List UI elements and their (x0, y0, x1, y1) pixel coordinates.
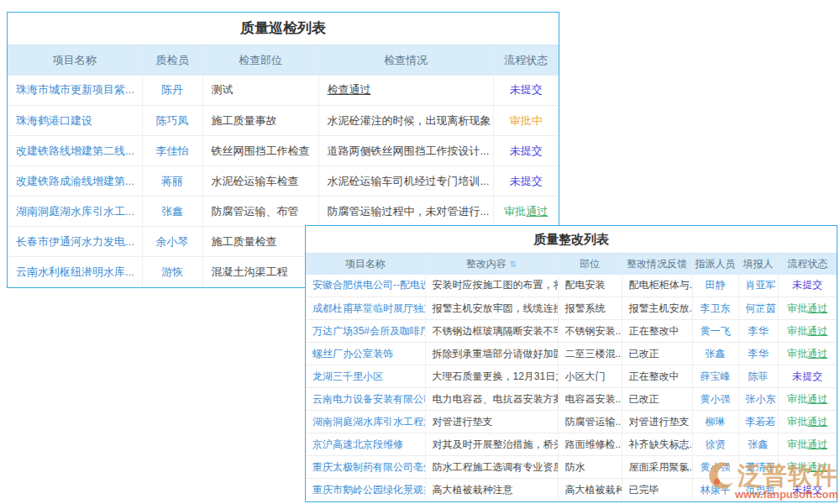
cell-feedback: 已改正 (622, 388, 692, 411)
cell-feedback: 配电柜柜体与... (622, 275, 692, 297)
cell-project[interactable]: 重庆太极制药有限公司亳州中... (306, 456, 425, 479)
cell-feedback: 对管进行垫支 (622, 411, 692, 433)
cell-assignee[interactable]: 田静 (692, 275, 738, 297)
column-header-situation: 检查情况 (318, 45, 493, 76)
cell-reporter[interactable]: 何芷茵 (738, 297, 778, 320)
cell-status[interactable]: 审批通过 (778, 297, 837, 320)
cell-content: 不锈钢边框玻璃隔断安装不牢... (425, 320, 558, 343)
cell-project[interactable]: 湖南洞庭湖水库引水工... (8, 197, 142, 227)
cell-project[interactable]: 安徽合肥供电公司--配电设备... (306, 275, 425, 297)
table-row: 云南电力设备安装有限公司20...电力电容器、电抗器安装方案...电容器安装..… (306, 388, 837, 411)
cell-status[interactable]: 审批通过 (778, 411, 837, 433)
column-header-project: 项目名称 (8, 45, 142, 76)
cell-project[interactable]: 长春市伊通河水力发电... (8, 227, 142, 257)
cell-assignee[interactable]: 张鑫 (692, 343, 738, 365)
cell-status[interactable]: 审批通过 (778, 320, 837, 343)
cell-status[interactable]: 审批通过 (778, 343, 837, 365)
cell-reporter[interactable]: 陈菲 (738, 365, 778, 388)
column-header-content[interactable]: 整改内容⇅ (425, 254, 558, 275)
cell-status[interactable]: 未提交 (493, 166, 559, 197)
cell-part: 防腐管运输、布管 (202, 197, 318, 227)
cell-feedback: 已改正 (622, 343, 692, 365)
cell-inspector[interactable]: 余小琴 (142, 227, 202, 257)
cell-feedback: 正在整改中 (622, 320, 692, 343)
cell-reporter[interactable]: 张鑫 (738, 433, 778, 456)
cell-project[interactable]: 改建铁路线增建第二线... (8, 136, 142, 166)
cell-status[interactable]: 审批通过 (778, 388, 837, 411)
cell-reporter[interactable]: 张小东 (738, 388, 778, 411)
cell-situation: 道路两侧铁丝网围挡工作按设计... (318, 136, 493, 166)
cell-content: 电力电容器、电抗器安装方案... (425, 388, 558, 411)
column-header-project: 项目名称 (306, 254, 425, 275)
cell-project[interactable]: 成都杜甫草堂临时展厅独立展... (306, 297, 425, 320)
cell-project[interactable]: 京沪高速北京段维修 (306, 433, 425, 456)
cell-inspector[interactable]: 游恢 (142, 257, 202, 287)
cell-feedback: 屋面采用聚氯... (622, 456, 692, 479)
column-header-status: 流程状态 (493, 45, 559, 76)
cell-part: 小区大门 (558, 365, 622, 388)
cell-reporter[interactable]: 李华 (738, 343, 778, 365)
cell-situation[interactable]: 检查通过 (318, 76, 493, 106)
cell-assignee[interactable]: 黄小强 (692, 456, 738, 479)
cell-project[interactable]: 改建铁路成渝线增建第... (8, 166, 142, 197)
cell-inspector[interactable]: 陈丹 (142, 76, 202, 106)
cell-content: 对其及时开展整治措施，桥头... (425, 433, 558, 456)
cell-part: 测试 (202, 76, 318, 106)
table-row: 螺丝厂办公室装饰拆除到承重墙部分请做好加固...二至三楼混...已改正张鑫李华审… (306, 343, 837, 365)
table-row: 珠海市城市更新项目紫...陈丹测试检查通过未提交 (8, 76, 559, 106)
cell-part: 施工质量事故 (202, 106, 318, 136)
table-row: 改建铁路线增建第二线...李佳怡铁丝网围挡工作检查道路两侧铁丝网围挡工作按设计.… (8, 136, 559, 166)
cell-reporter[interactable]: 肖亚军 (738, 275, 778, 297)
cell-project[interactable]: 云南水利枢纽潜明水库... (8, 257, 142, 287)
table-row: 湖南洞庭湖水库引水工程施工标对管进行垫支防腐管运输...对管进行垫支柳琳李若若审… (306, 411, 837, 433)
cell-project[interactable]: 云南电力设备安装有限公司20... (306, 388, 425, 411)
cell-content: 拆除到承重墙部分请做好加固... (425, 343, 558, 365)
cell-inspector[interactable]: 张鑫 (142, 197, 202, 227)
cell-assignee[interactable]: 林康平 (692, 479, 738, 501)
cell-situation: 水泥砼灌注的时候，出现离析现象 (318, 106, 493, 136)
cell-status[interactable]: 审批通过 (778, 456, 837, 479)
sort-icon[interactable]: ⇅ (510, 260, 517, 269)
cell-reporter[interactable]: 董清平 (738, 456, 778, 479)
cell-part: 水泥砼运输车检查 (202, 166, 318, 197)
cell-project[interactable]: 螺丝厂办公室装饰 (306, 343, 425, 365)
cell-assignee[interactable]: 徐贤 (692, 433, 738, 456)
cell-inspector[interactable]: 李佳怡 (142, 136, 202, 166)
cell-status[interactable]: 审批通过 (493, 197, 559, 227)
cell-assignee[interactable]: 黄一飞 (692, 320, 738, 343)
cell-assignee[interactable]: 柳琳 (692, 411, 738, 433)
cell-part: 防水 (558, 456, 622, 479)
table-row: 安徽合肥供电公司--配电设备...安装时应按施工图的布置，将...配电安装配电柜… (306, 275, 837, 297)
cell-project[interactable]: 龙湖三千里小区 (306, 365, 425, 388)
cell-reporter[interactable]: 李若若 (738, 411, 778, 433)
cell-feedback: 报警主机安放... (622, 297, 692, 320)
table-row: 湖南洞庭湖水库引水工...张鑫防腐管运输、布管防腐管运输过程中，未对管进行...… (8, 197, 559, 227)
column-header-assignee: 指派人员 (692, 254, 738, 275)
cell-project[interactable]: 万达广场35#会所及咖啡厅空... (306, 320, 425, 343)
cell-part: 施工质量检查 (202, 227, 318, 257)
cell-part: 路面维修检... (558, 433, 622, 456)
cell-inspector[interactable]: 蒋丽 (142, 166, 202, 197)
cell-status[interactable]: 审批通过 (778, 433, 837, 456)
cell-assignee[interactable]: 黄小强 (692, 388, 738, 411)
cell-status[interactable]: 未提交 (493, 76, 559, 106)
cell-reporter[interactable]: 李华 (738, 320, 778, 343)
cell-project[interactable]: 珠海市城市更新项目紫... (8, 76, 142, 106)
cell-status[interactable]: 未提交 (493, 136, 559, 166)
cell-content: 大理石质量更换，12月31日之... (425, 365, 558, 388)
cell-situation: 水泥砼运输车司机经过专门培训... (318, 166, 493, 197)
cell-project[interactable]: 湖南洞庭湖水库引水工程施工标 (306, 411, 425, 433)
cell-part: 二至三楼混... (558, 343, 622, 365)
cell-project[interactable]: 重庆市鹅岭公园绿化景观提升... (306, 479, 425, 501)
table-row: 重庆太极制药有限公司亳州中...防水工程施工选调有专业资质...防水屋面采用聚氯… (306, 456, 837, 479)
cell-project[interactable]: 珠海鹤港口建设 (8, 106, 142, 136)
cell-status[interactable]: 审批中 (493, 106, 559, 136)
cell-reporter[interactable]: 范思哲 (738, 479, 778, 501)
cell-status[interactable]: 未提交 (778, 479, 837, 501)
cell-inspector[interactable]: 陈巧凤 (142, 106, 202, 136)
cell-assignee[interactable]: 李卫东 (692, 297, 738, 320)
cell-status[interactable]: 未提交 (778, 275, 837, 297)
cell-content: 高大植被栽种注意 (425, 479, 558, 501)
cell-assignee[interactable]: 薛宝峰 (692, 365, 738, 388)
cell-status[interactable]: 未提交 (778, 365, 837, 388)
